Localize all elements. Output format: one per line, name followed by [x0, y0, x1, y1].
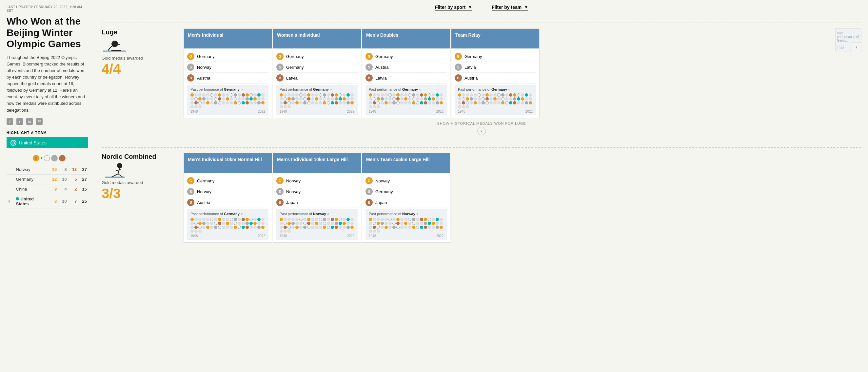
perf-dot	[369, 101, 372, 104]
facebook-icon[interactable]: f	[6, 118, 13, 125]
perf-dot	[226, 101, 229, 104]
expand-historical-button[interactable]: ▾	[477, 127, 486, 135]
event-card-body: G Germany S Latvia B Austria Past perfor…	[452, 48, 539, 118]
medal-row: B Japan	[366, 197, 447, 208]
perf-dot	[428, 93, 431, 97]
medal-row: S Germany	[366, 186, 447, 197]
perf-dot	[226, 97, 229, 101]
perf-dot	[296, 226, 299, 229]
perf-dot	[470, 93, 473, 97]
perf-dot	[373, 226, 376, 229]
linkedin-icon[interactable]: in	[26, 118, 33, 125]
standings-row: 4 United States 8 10 7 25	[6, 194, 88, 209]
perf-dot	[408, 97, 411, 101]
medal-country: Germany	[197, 178, 214, 183]
perf-dot	[299, 93, 303, 97]
perf-dot	[218, 222, 221, 225]
perf-dot	[230, 93, 233, 97]
perf-dot	[218, 226, 221, 229]
perf-dot	[513, 93, 516, 97]
event-card-body: G Germany S Germany B Latvia Past perfor…	[273, 48, 361, 118]
twitter-icon[interactable]: t	[17, 118, 23, 125]
nordic-section-left: Nordic Combined Gold medals awarded 3/3	[102, 153, 177, 201]
svg-point-3	[117, 163, 122, 168]
perf-dot	[412, 101, 415, 104]
perf-dot	[287, 218, 291, 221]
perf-dot	[246, 97, 249, 101]
perf-dot	[190, 226, 194, 229]
standings-row: Norway 16 8 13 37	[6, 165, 88, 174]
medal-row: B Austria	[187, 73, 269, 83]
perf-dot	[377, 230, 380, 233]
perf-dot	[222, 218, 225, 221]
perf-dot	[327, 222, 330, 225]
perf-dot	[246, 218, 249, 221]
medal-country: Austria	[197, 200, 210, 205]
show-historical-luge[interactable]: SHOW HISTORICAL MEDALS WON FOR LUGE ▾	[102, 118, 862, 137]
perf-dot	[257, 226, 260, 229]
perf-dot	[323, 97, 326, 101]
perf-dot	[420, 93, 423, 97]
perf-dot	[408, 101, 411, 104]
scroll-area[interactable]: › Luge Gold medals awarded 4/4	[95, 16, 868, 372]
year-start: 1948	[190, 110, 198, 113]
filter-team-button[interactable]: Filter by team ▼	[492, 5, 528, 11]
perf-dot	[280, 105, 283, 108]
perf-dot	[206, 226, 210, 229]
perf-dot	[291, 97, 295, 101]
perf-dot	[420, 101, 423, 104]
sidebar: LAST UPDATED: FEBRUARY 20, 2022, 1:28 AM…	[0, 0, 95, 372]
main-content: Filter by sport ▼ Filter by team ▼ › Lug…	[95, 0, 868, 372]
medal-row: G Norway	[366, 175, 447, 186]
past-perf-label: Past performance of Norway ○	[280, 212, 354, 216]
perf-dot	[343, 218, 346, 221]
email-icon[interactable]: ✉	[36, 118, 42, 125]
perf-dot	[198, 105, 202, 108]
perf-dot	[190, 218, 194, 221]
perf-dot	[377, 93, 380, 97]
next-button[interactable]: ›	[851, 42, 862, 52]
perf-dot	[369, 230, 372, 233]
perf-dot	[396, 226, 400, 229]
perf-dot	[521, 93, 524, 97]
year-row: 1948 2022	[280, 110, 354, 113]
filter-sport-button[interactable]: Filter by sport ▼	[435, 5, 472, 11]
perf-dot	[214, 218, 217, 221]
perf-dot	[525, 97, 528, 101]
perf-dot	[249, 101, 253, 104]
perf-dot	[392, 101, 396, 104]
past-perf-team: Germany	[402, 88, 418, 91]
perf-dot	[222, 222, 225, 225]
perf-dot	[343, 226, 346, 229]
perf-dot	[389, 93, 392, 97]
perf-dot	[389, 222, 392, 225]
perf-dot	[436, 97, 439, 101]
medal-badge-s: S	[455, 64, 462, 71]
medal-row: G Germany	[187, 175, 269, 186]
svg-line-7	[116, 170, 121, 171]
perf-dot	[202, 218, 206, 221]
perf-dot	[307, 97, 310, 101]
perf-dot	[307, 218, 310, 221]
medal-country: Austria	[197, 76, 210, 80]
perf-dot	[307, 222, 310, 225]
perf-dot	[323, 226, 326, 229]
perf-dot	[420, 97, 423, 101]
perf-dot	[486, 97, 489, 101]
perf-dot	[416, 93, 419, 97]
nordic-section-header: Nordic Combined Gold medals awarded 3/3	[102, 147, 862, 243]
perf-dot	[509, 93, 513, 97]
event-card: Men's Team 4x5km Large Hill G Norway S G…	[362, 153, 451, 243]
medal-row: B Latvia	[276, 73, 358, 83]
perf-dot	[424, 97, 427, 101]
luge-sport-icon	[102, 38, 128, 54]
perf-dot	[384, 97, 388, 101]
perf-dot	[509, 101, 513, 104]
perf-dot	[206, 93, 210, 97]
perf-dot	[190, 105, 194, 108]
perf-dot	[404, 101, 407, 104]
perf-dot	[249, 218, 253, 221]
highlight-team-input[interactable]: ⊙ United States	[6, 137, 88, 148]
perf-dot	[339, 93, 342, 97]
perf-dot	[474, 101, 477, 104]
